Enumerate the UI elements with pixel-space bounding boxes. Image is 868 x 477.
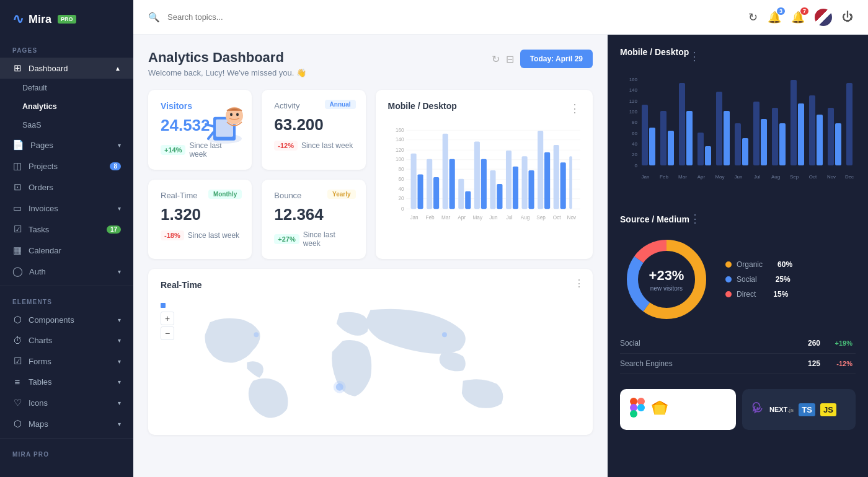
svg-text:40: 40 [398,186,404,192]
sidebar-item-default[interactable]: Default [0,79,133,97]
svg-text:20: 20 [632,152,637,157]
header-actions: ↻ ⊟ Today: April 29 [492,50,593,68]
svg-text:Aug: Aug [520,215,529,221]
chevron-icon: ▾ [118,205,121,212]
sidebar-item-forms[interactable]: ☑ Forms ▾ [0,351,133,372]
sidebar-item-projects[interactable]: ◫ Projects 8 [0,155,133,177]
sidebar: ∿ Mira PRO PAGES ⊞ Dashboard ▲ Default A… [0,0,133,477]
refresh-icon[interactable]: ↻ [492,53,500,65]
sidebar-item-analytics[interactable]: Analytics [0,97,133,116]
chevron-icon: ▾ [118,358,121,365]
svg-rect-93 [846,83,852,165]
sidebar-item-maps[interactable]: ⬡ Maps ▾ [0,413,133,434]
svg-rect-82 [742,138,748,165]
svg-rect-88 [798,103,804,165]
chevron-icon: ▾ [118,379,121,385]
today-button[interactable]: Today: April 29 [520,50,593,68]
tech-logos-area: NEXT.js TS JS [620,389,856,430]
svg-rect-75 [679,83,685,165]
svg-rect-36 [490,170,495,209]
svg-rect-42 [538,131,543,209]
sidebar-item-orders[interactable]: ⊡ Orders [0,177,133,198]
svg-rect-72 [649,128,655,165]
filter-icon[interactable]: ⊟ [506,53,514,65]
search-input[interactable] [167,12,741,22]
svg-rect-35 [480,159,486,209]
notifications-button[interactable]: 🔔 3 [768,11,781,24]
chart-more-button[interactable]: ⋮ [569,102,580,115]
bounce-value: 12.364 [274,205,353,224]
map-more-button[interactable]: ⋮ [574,278,584,289]
sidebar-item-auth[interactable]: ◯ Auth ▾ [0,261,133,282]
language-flag[interactable] [815,9,832,26]
sidebar-item-tables[interactable]: ≡ Tables ▾ [0,372,133,392]
stat-card-bounce: Bounce Yearly 12.364 +27% Since last wee… [262,180,365,259]
svg-text:120: 120 [629,98,638,104]
sidebar-item-tasks[interactable]: ☑ Tasks 17 [0,219,133,240]
projects-label: Projects [29,162,58,171]
pages-icon: 📄 [12,139,24,151]
calendar-icon: ▦ [12,245,22,256]
sidebar-item-invoices[interactable]: ▭ Invoices ▾ [0,198,133,219]
calendar-label: Calendar [29,246,61,255]
sidebar-item-components[interactable]: ⬡ Components ▾ [0,309,133,330]
svg-rect-91 [828,108,834,165]
default-label: Default [22,84,47,92]
source-row-search: Search Engines 125 -12% [620,354,856,374]
chevron-icon: ▾ [118,142,121,149]
svg-rect-45 [560,162,565,209]
power-button[interactable]: ⏻ [842,11,853,24]
svg-point-4 [230,113,232,116]
chevron-icon: ▾ [118,317,121,323]
bounce-badge: Yearly [327,190,355,199]
alerts-button[interactable]: 🔔 7 [791,11,805,24]
invoices-label: Invoices [29,204,58,213]
main-content: 🔍 ↻ 🔔 3 🔔 7 ⏻ Analytics Dashboard Welcom [133,0,868,477]
svg-text:160: 160 [395,128,404,133]
notifications-badge: 3 [777,7,785,15]
svg-rect-80 [724,111,730,165]
svg-text:Sep: Sep [536,215,546,221]
bounce-change: +27% [274,234,299,244]
svg-text:Oct: Oct [809,174,817,180]
realtime-value: 1.320 [161,205,239,224]
svg-rect-90 [817,115,823,165]
realtime-footer: -18% Since last week [161,230,239,240]
activity-value: 63.200 [274,115,353,134]
source-more[interactable]: ⋮ [689,212,701,225]
donut-pct: +23% [649,268,684,284]
chevron-icon: ▾ [118,337,121,344]
chevron-icon: ▾ [118,421,121,427]
section-elements: ELEMENTS [0,290,133,309]
svg-marker-120 [655,405,665,414]
stats-grid: Visitors 24.532 +14% Since last week [148,90,366,259]
svg-text:60: 60 [632,131,637,136]
refresh-button[interactable]: ↻ [748,11,758,24]
svg-rect-92 [835,123,841,165]
svg-text:40: 40 [632,141,637,147]
svg-rect-113 [630,410,637,418]
donut-wrap: +23% new visitors Organic 60% [620,233,856,326]
sidebar-item-charts[interactable]: ⏱ Charts ▾ [0,330,133,351]
dark-chart-section: Mobile / Desktop ⋮ 160 140 120 100 80 60… [620,47,856,198]
sidebar-item-dashboard[interactable]: ⊞ Dashboard ▲ [0,58,133,79]
sidebar-item-icons[interactable]: ♡ Icons ▾ [0,392,133,413]
world-map-svg [161,297,580,421]
sidebar-item-saas[interactable]: SaaS [0,116,133,134]
sidebar-item-calendar[interactable]: ▦ Calendar [0,240,133,261]
dark-chart-more[interactable]: ⋮ [689,50,700,63]
svg-rect-44 [553,145,559,209]
auth-icon: ◯ [12,266,23,277]
svg-rect-84 [761,119,767,165]
svg-line-7 [206,124,213,126]
dark-bar-chart-svg: 160 140 120 100 80 60 40 20 0 [620,72,856,196]
visitors-change: +14% [161,145,185,155]
svg-text:80: 80 [398,167,404,172]
maps-label: Maps [29,419,48,429]
sidebar-item-pages[interactable]: 📄 Pages ▾ [0,134,133,155]
invoices-icon: ▭ [12,203,22,214]
pages-label: Pages [30,141,53,150]
tasks-label: Tasks [29,225,49,234]
icons-label: Icons [29,398,48,408]
tables-icon: ≡ [12,377,22,387]
